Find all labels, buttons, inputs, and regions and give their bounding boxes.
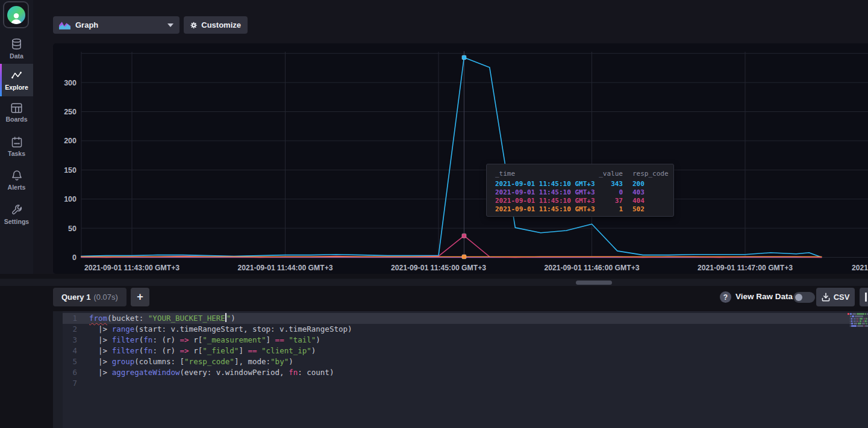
resize-handle[interactable] [576, 281, 612, 285]
svg-text:2021-09-01 11:46:00 GMT+3: 2021-09-01 11:46:00 GMT+3 [544, 264, 639, 272]
add-query-button[interactable]: + [131, 288, 149, 306]
sidebar-item-data[interactable]: Data [0, 35, 33, 63]
chevron-down-icon [167, 23, 173, 27]
chart-panel: 0501001502002503002021-09-01 11:43:00 GM… [53, 43, 868, 274]
database-icon [10, 38, 23, 51]
view-raw-data-toggle[interactable] [793, 292, 815, 303]
svg-text:2021-: 2021- [852, 264, 868, 272]
svg-text:50: 50 [68, 225, 76, 233]
sidebar-item-label: Settings [4, 218, 29, 225]
partial-icon [865, 293, 867, 302]
line-number: 7 [63, 378, 77, 389]
line-number: 5 [63, 356, 77, 367]
line-number: 6 [63, 367, 77, 378]
dashboards-icon [10, 102, 23, 114]
view-raw-data-label: View Raw Data [735, 292, 793, 301]
svg-text:2021-09-01 11:47:00 GMT+3: 2021-09-01 11:47:00 GMT+3 [698, 264, 793, 272]
sidebar-item-explore[interactable]: Explore [0, 64, 33, 96]
cut-off-button[interactable] [860, 288, 868, 306]
sidebar-item-boards[interactable]: Boards [0, 98, 33, 128]
view-type-label: Graph [75, 20, 98, 29]
tooltip-row: 2021-09-01 11:45:10 GMT+3 1 502 [495, 205, 666, 214]
user-avatar[interactable] [3, 1, 29, 28]
pulse-graph-icon [10, 69, 23, 82]
view-type-dropdown[interactable]: Graph [53, 16, 180, 34]
query-tab[interactable]: Query 1 (0.07s) [53, 288, 126, 306]
editor-line[interactable]: 1from(bucket: "YOUR_BUCKET_HERE") [63, 313, 868, 324]
editor-line[interactable]: 6 |> aggregateWindow(every: v.windowPeri… [63, 367, 868, 378]
tooltip-header-code: resp_code [632, 170, 666, 178]
gear-icon [190, 20, 197, 30]
editor-minimap[interactable] [848, 313, 868, 331]
line-number: 3 [63, 335, 77, 346]
flux-code-editor[interactable]: 1from(bucket: "YOUR_BUCKET_HERE")2 |> ra… [53, 311, 868, 428]
query-tab-label: Query 1 [61, 293, 90, 302]
editor-line[interactable]: 7 [63, 378, 868, 389]
series-line-resp_code-200 [81, 58, 822, 258]
svg-text:2021-09-01 11:44:00 GMT+3: 2021-09-01 11:44:00 GMT+3 [237, 264, 333, 272]
sidebar-item-label: Data [10, 52, 23, 60]
hover-marker [462, 255, 466, 259]
panel-divider [0, 279, 868, 286]
tooltip-header-time: _time [495, 170, 595, 178]
bell-icon [11, 169, 23, 182]
sidebar-item-label: Tasks [8, 150, 25, 157]
svg-text:2021-09-01 11:43:00 GMT+3: 2021-09-01 11:43:00 GMT+3 [84, 264, 180, 272]
tooltip-row: 2021-09-01 11:45:10 GMT+3 37 404 [495, 197, 666, 205]
minimap-error-marker [848, 313, 849, 315]
avatar-icon [7, 6, 25, 24]
svg-text:150: 150 [64, 166, 76, 175]
svg-text:200: 200 [64, 137, 76, 145]
help-icon[interactable]: ? [720, 291, 731, 303]
svg-text:100: 100 [64, 195, 76, 203]
customize-label: Customize [201, 20, 241, 29]
svg-text:250: 250 [64, 108, 76, 116]
influxdb-data-explorer: Data Explore Boards [0, 0, 868, 428]
editor-margin [53, 311, 63, 428]
calendar-icon [11, 136, 23, 148]
editor-line[interactable]: 4 |> filter(fn: (r) => r["_field"] == "c… [63, 346, 868, 356]
editor-line[interactable]: 2 |> range(start: v.timeRangeStart, stop… [63, 324, 868, 335]
chart-tooltip: _time _value resp_code 2021-09-01 11:45:… [486, 164, 674, 217]
csv-label: CSV [834, 293, 850, 302]
download-icon [822, 293, 830, 302]
csv-download-button[interactable]: CSV [816, 288, 855, 306]
sidebar-item-label: Boards [5, 116, 27, 123]
editor-lines[interactable]: 1from(bucket: "YOUR_BUCKET_HERE")2 |> ra… [63, 313, 868, 389]
line-number: 1 [63, 313, 77, 324]
line-number: 4 [63, 346, 77, 356]
toggle-knob [795, 294, 802, 301]
time-series-chart[interactable]: 0501001502002503002021-09-01 11:43:00 GM… [53, 43, 868, 274]
sidebar-item-label: Explore [5, 84, 28, 91]
line-number: 2 [63, 324, 77, 335]
tooltip-header-value: _value [595, 170, 623, 178]
sidebar-item-label: Alerts [8, 184, 26, 191]
sidebar-item-settings[interactable]: Settings [0, 199, 33, 230]
query-duration: (0.07s) [93, 293, 117, 302]
editor-line[interactable]: 3 |> filter(fn: (r) => r["_measurement"]… [63, 335, 868, 346]
tooltip-row: 2021-09-01 11:45:10 GMT+3 0 403 [495, 188, 666, 197]
svg-text:2021-09-01 11:45:00 GMT+3: 2021-09-01 11:45:00 GMT+3 [391, 264, 486, 272]
sidebar-item-tasks[interactable]: Tasks [0, 131, 33, 161]
editor-line[interactable]: 5 |> group(columns: ["resp_code"], mode:… [63, 356, 868, 367]
svg-text:0: 0 [72, 253, 76, 262]
hover-marker [462, 234, 466, 238]
customize-button[interactable]: Customize [184, 16, 248, 34]
tooltip-row: 2021-09-01 11:45:10 GMT+3 343 200 [495, 180, 666, 188]
svg-text:300: 300 [64, 79, 76, 87]
graph-type-icon [59, 20, 70, 29]
sidebar-item-alerts[interactable]: Alerts [0, 165, 33, 195]
wrench-icon [11, 204, 23, 216]
hover-marker [462, 55, 466, 60]
